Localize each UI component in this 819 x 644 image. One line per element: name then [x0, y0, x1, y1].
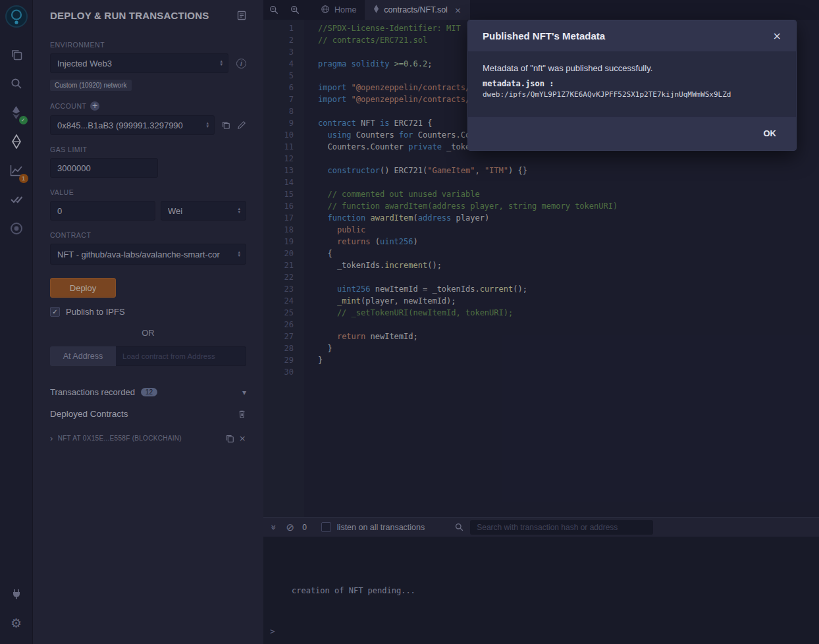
modal-file-label: metadata.json :: [483, 79, 781, 88]
ok-button[interactable]: OK: [758, 124, 782, 142]
modal-title: Published NFT's Metadata: [483, 30, 605, 41]
published-metadata-modal: Published NFT's Metadata × Metadata of "…: [467, 20, 797, 151]
modal-message: Metadata of "nft" was published successf…: [483, 63, 781, 73]
modal-close-icon[interactable]: ×: [773, 30, 781, 42]
remix-app: ✓ 1: [0, 0, 819, 644]
modal-ipfs-url: dweb:/ipfs/QmYL9P1Z7KE6AQvKJPFF52SX1p2TE…: [483, 90, 781, 99]
